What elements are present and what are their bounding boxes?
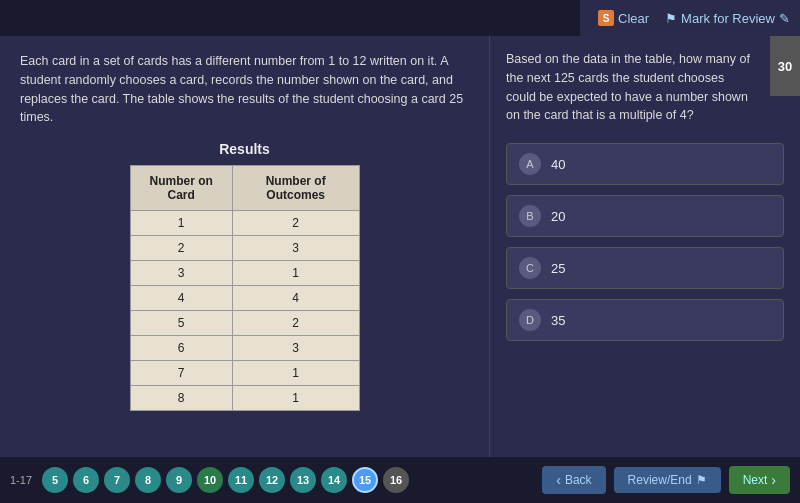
col-header-card: Number on Card xyxy=(130,166,232,211)
back-arrow-icon: ‹ xyxy=(556,472,561,488)
nav-circles: 5678910111213141516 xyxy=(42,467,409,493)
choice-d[interactable]: D35 xyxy=(506,299,784,341)
outcome-value: 1 xyxy=(232,386,359,411)
nav-circle-11[interactable]: 11 xyxy=(228,467,254,493)
outcome-value: 3 xyxy=(232,236,359,261)
table-row: 44 xyxy=(130,286,359,311)
choice-value-b: 20 xyxy=(551,209,565,224)
clear-label: Clear xyxy=(618,11,649,26)
results-label: Results xyxy=(20,141,469,157)
question-text: Based on the data in the table, how many… xyxy=(506,50,784,125)
nav-circle-13[interactable]: 13 xyxy=(290,467,316,493)
choice-b[interactable]: B20 xyxy=(506,195,784,237)
next-button[interactable]: Next › xyxy=(729,466,790,494)
choice-letter-c: C xyxy=(519,257,541,279)
outcome-value: 2 xyxy=(232,311,359,336)
flag-bottom-icon: ⚑ xyxy=(696,473,707,487)
review-label: Review/End xyxy=(628,473,692,487)
next-arrow-icon: › xyxy=(771,472,776,488)
problem-text: Each card in a set of cards has a differ… xyxy=(20,52,469,127)
bottom-bar: 1-17 5678910111213141516 ‹ Back Review/E… xyxy=(0,457,800,503)
nav-circle-9[interactable]: 9 xyxy=(166,467,192,493)
table-row: 12 xyxy=(130,211,359,236)
col-header-outcomes: Number of Outcomes xyxy=(232,166,359,211)
outcome-value: 3 xyxy=(232,336,359,361)
card-value: 4 xyxy=(130,286,232,311)
nav-circle-7[interactable]: 7 xyxy=(104,467,130,493)
left-panel: Each card in a set of cards has a differ… xyxy=(0,36,490,457)
card-value: 6 xyxy=(130,336,232,361)
next-label: Next xyxy=(743,473,768,487)
review-end-button[interactable]: Review/End ⚑ xyxy=(614,467,721,493)
table-row: 23 xyxy=(130,236,359,261)
table-row: 81 xyxy=(130,386,359,411)
nav-circle-6[interactable]: 6 xyxy=(73,467,99,493)
results-table: Number on Card Number of Outcomes 122331… xyxy=(130,165,360,411)
clear-icon: S xyxy=(598,10,614,26)
card-value: 8 xyxy=(130,386,232,411)
table-row: 63 xyxy=(130,336,359,361)
top-bar: S Clear ⚑ Mark for Review ✎ xyxy=(580,0,800,36)
card-value: 2 xyxy=(130,236,232,261)
nav-circle-12[interactable]: 12 xyxy=(259,467,285,493)
question-number-badge: 30 xyxy=(770,36,800,96)
edit-icon: ✎ xyxy=(779,11,790,26)
page-indicator: 1-17 xyxy=(10,474,32,486)
table-row: 31 xyxy=(130,261,359,286)
nav-circle-14[interactable]: 14 xyxy=(321,467,347,493)
card-value: 5 xyxy=(130,311,232,336)
clear-button[interactable]: S Clear xyxy=(598,10,649,26)
mark-review-label: Mark for Review xyxy=(681,11,775,26)
bottom-right-buttons: ‹ Back Review/End ⚑ Next › xyxy=(542,466,790,494)
outcome-value: 1 xyxy=(232,261,359,286)
nav-circle-10[interactable]: 10 xyxy=(197,467,223,493)
card-value: 3 xyxy=(130,261,232,286)
nav-circle-15[interactable]: 15 xyxy=(352,467,378,493)
back-label: Back xyxy=(565,473,592,487)
card-value: 7 xyxy=(130,361,232,386)
main-content: Each card in a set of cards has a differ… xyxy=(0,36,800,457)
choice-letter-b: B xyxy=(519,205,541,227)
outcome-value: 4 xyxy=(232,286,359,311)
table-row: 71 xyxy=(130,361,359,386)
choice-letter-a: A xyxy=(519,153,541,175)
card-value: 1 xyxy=(130,211,232,236)
mark-review-button[interactable]: ⚑ Mark for Review ✎ xyxy=(665,11,790,26)
flag-icon: ⚑ xyxy=(665,11,677,26)
answer-choices: A40B20C25D35 xyxy=(506,143,784,341)
choice-value-d: 35 xyxy=(551,313,565,328)
choice-a[interactable]: A40 xyxy=(506,143,784,185)
outcome-value: 2 xyxy=(232,211,359,236)
choice-value-c: 25 xyxy=(551,261,565,276)
choice-letter-d: D xyxy=(519,309,541,331)
nav-circle-5[interactable]: 5 xyxy=(42,467,68,493)
nav-circle-8[interactable]: 8 xyxy=(135,467,161,493)
choice-c[interactable]: C25 xyxy=(506,247,784,289)
choice-value-a: 40 xyxy=(551,157,565,172)
back-button[interactable]: ‹ Back xyxy=(542,466,605,494)
outcome-value: 1 xyxy=(232,361,359,386)
nav-circle-16[interactable]: 16 xyxy=(383,467,409,493)
right-panel: Based on the data in the table, how many… xyxy=(490,36,800,457)
table-row: 52 xyxy=(130,311,359,336)
